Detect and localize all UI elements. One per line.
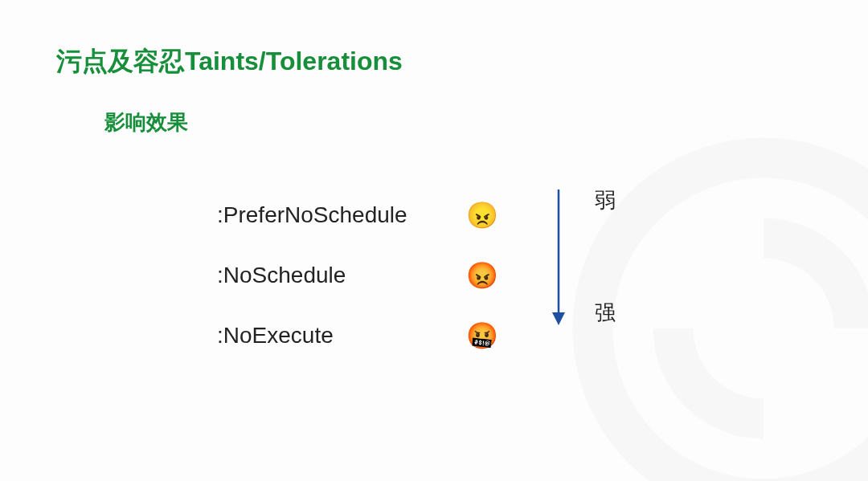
svg-point-0 [593, 158, 869, 482]
strength-scale: 弱 强 [595, 186, 616, 327]
effect-label: :PreferNoSchedule [217, 202, 458, 228]
effect-row-noexecute: :NoExecute 🤬 [217, 305, 506, 365]
effect-label: :NoSchedule [217, 263, 458, 288]
page-title: 污点及容忍Taints/Tolerations [56, 44, 403, 79]
scale-strong-label: 强 [595, 299, 616, 327]
swearing-face-icon: 🤬 [458, 320, 506, 351]
effect-label: :NoExecute [217, 323, 458, 349]
section-subtitle: 影响效果 [104, 108, 188, 137]
scale-weak-label: 弱 [595, 186, 616, 214]
pouting-face-icon: 😡 [458, 260, 506, 291]
strength-arrow [547, 186, 571, 327]
effect-row-prefernoschedule: :PreferNoSchedule 😠 [217, 185, 506, 245]
effect-row-noschedule: :NoSchedule 😡 [217, 245, 506, 305]
angry-face-icon: 😠 [458, 200, 506, 230]
svg-marker-2 [552, 312, 565, 325]
effect-list: :PreferNoSchedule 😠 :NoSchedule 😡 :NoExe… [217, 185, 506, 365]
